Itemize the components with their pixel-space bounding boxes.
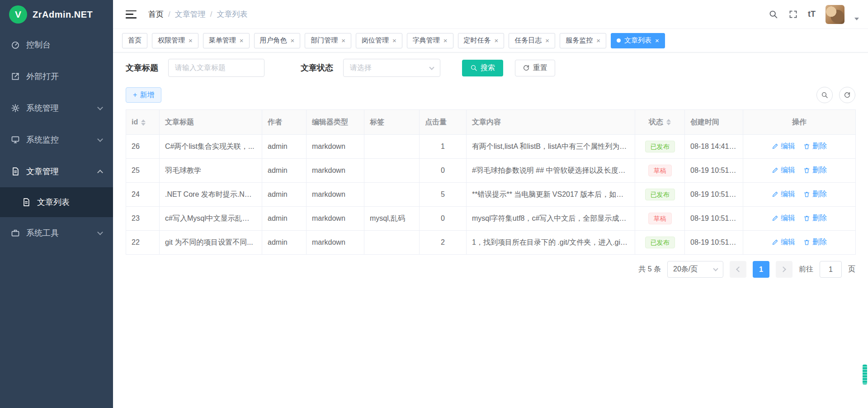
refresh-button[interactable] (839, 87, 855, 103)
goto-page-input[interactable] (820, 261, 842, 278)
table-row: 22 git 为不同的项目设置不同... admin markdown 2 1，… (126, 231, 856, 255)
tab-permission-mgmt[interactable]: 权限管理 × (152, 33, 198, 48)
cell-status: 草稿 (635, 159, 685, 183)
search-icon[interactable] (768, 9, 778, 19)
prev-page-button[interactable] (730, 261, 746, 278)
chevron-down-icon (97, 229, 103, 235)
font-size-icon[interactable]: tT (808, 9, 816, 19)
refresh-icon (844, 91, 851, 99)
gear-icon (11, 104, 20, 113)
breadcrumb: 首页 / 文章管理 / 文章列表 (148, 9, 247, 19)
breadcrumb-home[interactable]: 首页 (148, 9, 164, 19)
close-icon[interactable]: × (189, 37, 193, 44)
cell-content: mysql字符集utf8，c#写入中文后，全部显示成? ... (467, 207, 635, 231)
tab-cron-task[interactable]: 定时任务 × (458, 33, 505, 48)
sidebar-item-article-mgmt[interactable]: 文章管理 (0, 156, 113, 187)
close-icon[interactable]: × (495, 37, 499, 44)
tab-service-monitor[interactable]: 服务监控 × (560, 33, 606, 48)
tab-home[interactable]: 首页 (122, 33, 147, 48)
tab-post-mgmt[interactable]: 岗位管理 × (356, 33, 402, 48)
cell-id: 24 (126, 183, 160, 207)
cell-created: 08-19 10:51:25 (685, 207, 743, 231)
delete-button[interactable]: 删除 (803, 213, 827, 223)
delete-icon (803, 239, 810, 246)
breadcrumb-separator: / (210, 10, 212, 19)
edit-button[interactable]: 编辑 (772, 213, 795, 223)
add-button[interactable]: + 新增 (126, 87, 161, 103)
scrollbar-thumb[interactable] (863, 365, 867, 384)
goto-unit-label: 页 (848, 265, 855, 274)
delete-button[interactable]: 删除 (803, 190, 827, 199)
col-id[interactable]: id (126, 110, 160, 135)
edit-icon (772, 215, 778, 222)
sort-icon[interactable] (666, 119, 671, 125)
article-title-input[interactable] (168, 59, 264, 77)
delete-button[interactable]: 删除 (803, 142, 827, 151)
sidebar-item-external-open[interactable]: 外部打开 (0, 61, 113, 92)
tag-tabs-bar: 首页 权限管理 × 菜单管理 × 用户角色 × 部门管理 × 岗位管理 × (113, 29, 868, 52)
cell-actions: 编辑删除 (743, 207, 856, 231)
close-icon[interactable]: × (596, 37, 600, 44)
dashboard-icon (11, 40, 20, 49)
cell-title: C#两个list集合实现关联，... (160, 135, 262, 159)
status-badge: 已发布 (645, 237, 675, 249)
status-badge: 草稿 (648, 213, 672, 225)
app-title: ZrAdmin.NET (33, 9, 93, 20)
cell-content: #羽毛球拍参数说明 ## 中管软硬选择以及长度介... (467, 159, 635, 183)
cell-editor: markdown (307, 207, 364, 231)
close-icon[interactable]: × (240, 37, 244, 44)
cell-actions: 编辑删除 (743, 135, 856, 159)
close-icon[interactable]: × (341, 37, 345, 44)
fullscreen-icon[interactable] (788, 9, 798, 19)
col-status[interactable]: 状态 (635, 110, 685, 135)
sidebar-toggle-icon[interactable] (126, 10, 137, 19)
edit-button[interactable]: 编辑 (772, 190, 795, 199)
search-button[interactable]: 搜索 (462, 60, 503, 76)
app-logo[interactable]: V ZrAdmin.NET (0, 0, 113, 29)
tab-user-role[interactable]: 用户角色 × (254, 33, 301, 48)
close-icon[interactable]: × (443, 37, 448, 44)
pagination: 共 5 条 20条/页 1 前往 页 (126, 261, 855, 278)
next-page-button[interactable] (776, 261, 793, 278)
edit-button[interactable]: 编辑 (772, 166, 795, 175)
edit-button[interactable]: 编辑 (772, 237, 795, 247)
edit-icon (772, 167, 778, 174)
delete-icon (803, 167, 810, 174)
sidebar-item-system-mgmt[interactable]: 系统管理 (0, 92, 113, 124)
page-size-select[interactable]: 20条/页 (667, 261, 723, 278)
tab-menu-mgmt[interactable]: 菜单管理 × (203, 33, 250, 48)
sidebar-item-system-monitor[interactable]: 系统监控 (0, 124, 113, 156)
tab-article-list[interactable]: 文章列表 × (611, 33, 665, 48)
tab-dept-mgmt[interactable]: 部门管理 × (305, 33, 351, 48)
sidebar-item-system-tools[interactable]: 系统工具 (0, 217, 113, 249)
col-editor-type: 编辑器类型 (307, 110, 364, 135)
close-icon[interactable]: × (545, 37, 549, 44)
toggle-search-button[interactable] (816, 87, 833, 103)
avatar[interactable] (826, 5, 844, 24)
edit-button[interactable]: 编辑 (772, 142, 795, 151)
close-icon[interactable]: × (392, 37, 396, 44)
close-icon[interactable]: × (291, 37, 295, 44)
tab-dict-mgmt[interactable]: 字典管理 × (407, 33, 453, 48)
delete-button[interactable]: 删除 (803, 237, 827, 247)
col-clicks: 点击量 (420, 110, 467, 135)
cell-status: 已发布 (635, 183, 685, 207)
reset-button[interactable]: 重置 (515, 60, 555, 76)
col-actions: 操作 (743, 110, 856, 135)
tab-task-log[interactable]: 任务日志 × (509, 33, 555, 48)
cell-created: 08-19 10:51:29 (685, 159, 743, 183)
table-header-row: id 文章标题 作者 编辑器类型 标签 点击量 文章内容 状态 创建时间 操作 (126, 110, 856, 135)
breadcrumb-article-mgmt[interactable]: 文章管理 (175, 9, 206, 19)
logo-icon: V (9, 5, 27, 24)
sort-icon[interactable] (141, 119, 146, 126)
sidebar-item-dashboard[interactable]: 控制台 (0, 29, 113, 61)
delete-button[interactable]: 删除 (803, 166, 827, 175)
edit-icon (772, 191, 778, 198)
article-status-select[interactable]: 请选择 (343, 59, 440, 77)
sidebar-item-article-list[interactable]: 文章列表 (0, 187, 113, 217)
page-number-1[interactable]: 1 (753, 261, 769, 278)
article-title-label: 文章标题 (126, 62, 158, 73)
chevron-down-icon[interactable] (854, 18, 859, 20)
close-icon[interactable]: × (655, 37, 659, 44)
chevron-left-icon (736, 266, 742, 272)
